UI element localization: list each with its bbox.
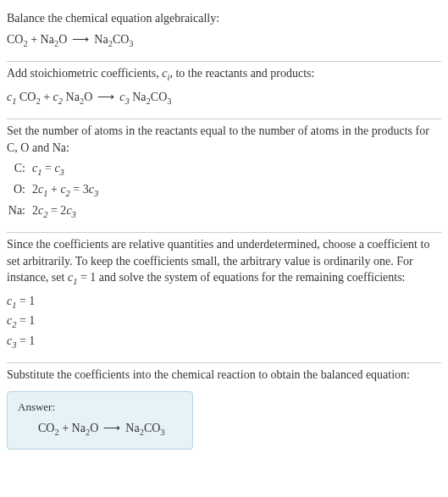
- section-balance-intro: Balance the chemical equation algebraica…: [7, 7, 441, 61]
- solve-text: Since the coefficients are relative quan…: [7, 236, 441, 289]
- c3-value: c3 = 1: [7, 332, 441, 352]
- section-solve: Since the coefficients are relative quan…: [7, 233, 441, 362]
- atom-row-o: O: 2c1 + c2 = 3c3: [7, 180, 441, 202]
- answer-label: Answer:: [18, 400, 182, 414]
- co2: CO2: [7, 33, 28, 46]
- equation-with-coeffs: c1 CO2 + c2 Na2O⟶c3 Na2CO3: [7, 88, 441, 109]
- arrow-icon: ⟶: [72, 33, 89, 46]
- intro-text: Balance the chemical equation algebraica…: [7, 10, 441, 27]
- na2co3: Na2CO3: [132, 91, 171, 103]
- atom-balance-text: Set the number of atoms in the reactants…: [7, 123, 441, 156]
- na2o: Na2O: [41, 33, 68, 46]
- substitute-text: Substitute the coefficients into the che…: [7, 367, 441, 384]
- arrow-icon: ⟶: [97, 91, 114, 103]
- arrow-icon: ⟶: [103, 422, 120, 434]
- na2o: Na2O: [72, 422, 99, 434]
- answer-box: Answer: CO2 + Na2O⟶Na2CO3: [7, 391, 193, 450]
- stoich-text: Add stoichiometric coefficients, ci, to …: [7, 65, 441, 84]
- balanced-equation: CO2 + Na2O⟶Na2CO3: [18, 419, 182, 440]
- co2: CO2: [38, 422, 59, 434]
- section-answer: Substitute the coefficients into the che…: [7, 363, 441, 460]
- section-stoichiometric: Add stoichiometric coefficients, ci, to …: [7, 62, 441, 119]
- c2-value: c2 = 1: [7, 312, 441, 332]
- na2co3: Na2CO3: [94, 33, 133, 46]
- na2co3: Na2CO3: [125, 422, 164, 434]
- atom-row-na: Na: 2c2 = 2c3: [7, 202, 441, 223]
- atom-equations-table: C: c1 = c3 O: 2c1 + c2 = 3c3 Na: 2c2 = 2…: [7, 159, 441, 222]
- equation-unbalanced: CO2 + Na2O⟶Na2CO3: [7, 30, 441, 52]
- c1-value: c1 = 1: [7, 292, 441, 312]
- atom-row-c: C: c1 = c3: [7, 159, 441, 180]
- section-atom-balance: Set the number of atoms in the reactants…: [7, 119, 441, 232]
- na2o: Na2O: [66, 91, 93, 103]
- co2: CO2: [19, 91, 41, 103]
